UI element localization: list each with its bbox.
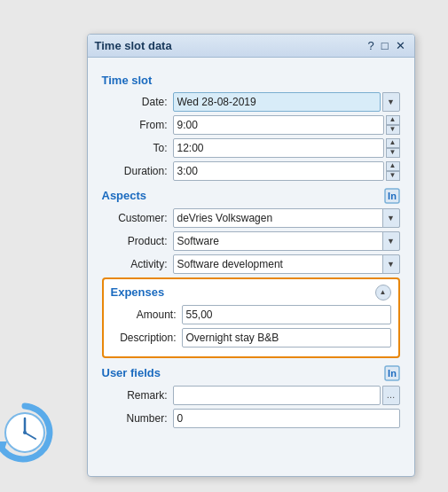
duration-row: Duration: ▲ ▼ [102,161,400,181]
to-label: To: [102,142,173,154]
activity-select[interactable]: Software development [173,254,400,274]
help-button[interactable]: ? [365,39,375,52]
customer-control: deVries Volkswagen ▼ [173,208,400,228]
remark-label: Remark: [102,389,173,402]
duration-spinner[interactable]: ▲ ▼ [386,161,400,181]
description-control [182,328,391,348]
to-spin-down[interactable]: ▼ [386,148,400,158]
remark-row: Remark: … [102,386,400,405]
duration-spin-up[interactable]: ▲ [386,161,400,171]
timeslot-section-title: Time slot [102,74,400,87]
activity-control: Software development ▼ [173,254,400,274]
svg-point-4 [23,431,27,434]
from-spinner[interactable]: ▲ ▼ [386,115,400,135]
customer-row: Customer: deVries Volkswagen ▼ [102,208,400,228]
description-input[interactable] [182,328,391,348]
number-label: Number: [102,412,173,425]
clock-icon [0,397,60,468]
amount-input[interactable] [182,305,391,324]
date-row: Date: ▼ [102,92,400,112]
from-row: From: ▲ ▼ [102,115,400,135]
customer-select[interactable]: deVries Volkswagen [173,208,400,228]
user-fields-info-icon[interactable]: In [384,365,400,381]
close-button[interactable]: ✕ [394,39,407,52]
to-spinner[interactable]: ▲ ▼ [386,138,400,158]
dialog-content: Time slot Date: ▼ From: ▲ ▼ [88,58,414,442]
from-control: ▲ ▼ [173,115,400,135]
duration-input[interactable] [173,161,384,181]
amount-control [182,305,391,324]
window-controls: ? □ ✕ [365,39,406,52]
to-control: ▲ ▼ [173,138,400,158]
activity-row: Activity: Software development ▼ [102,254,400,274]
to-input[interactable] [173,138,384,158]
product-select[interactable]: Software [173,231,400,251]
user-fields-section: User fields In Remark: … [102,365,400,428]
amount-row: Amount: [111,305,391,324]
date-input[interactable] [173,92,381,112]
date-label: Date: [102,96,173,108]
description-row: Description: [111,328,391,348]
aspects-section-header: Aspects In [102,188,400,204]
product-label: Product: [102,235,173,247]
time-slot-dialog: Time slot data ? □ ✕ Time slot Date: ▼ [87,34,415,477]
activity-label: Activity: [102,258,173,270]
browse-icon: … [387,390,396,400]
expenses-section: Expenses ▲ Amount: Description: [102,277,400,358]
expenses-section-title: Expenses [111,285,165,299]
aspects-info-icon[interactable]: In [384,188,400,204]
description-label: Description: [111,332,182,344]
aspects-section-title: Aspects [102,189,147,202]
amount-label: Amount: [111,308,182,321]
from-spin-down[interactable]: ▼ [386,125,400,135]
number-input[interactable] [173,409,400,428]
svg-text:In: In [388,191,397,201]
svg-text:In: In [388,368,397,379]
remark-input[interactable] [173,386,381,405]
user-fields-section-title: User fields [102,366,161,379]
number-row: Number: [102,409,400,428]
from-input[interactable] [173,115,384,135]
to-row: To: ▲ ▼ [102,138,400,158]
dialog-title: Time slot data [95,39,172,52]
customer-label: Customer: [102,212,173,224]
date-dropdown-btn[interactable]: ▼ [382,92,400,112]
expenses-collapse-btn[interactable]: ▲ [375,285,391,301]
date-control: ▼ [173,92,400,112]
minimize-button[interactable]: □ [380,39,390,52]
number-control [173,409,400,428]
product-control: Software ▼ [173,231,400,251]
duration-spin-down[interactable]: ▼ [386,171,400,181]
remark-browse-btn[interactable]: … [382,386,400,405]
expenses-header: Expenses ▲ [111,285,391,301]
duration-control: ▲ ▼ [173,161,400,181]
product-row: Product: Software ▼ [102,231,400,251]
from-label: From: [102,119,173,131]
to-spin-up[interactable]: ▲ [386,138,400,148]
remark-control: … [173,386,400,405]
from-spin-up[interactable]: ▲ [386,115,400,125]
collapse-icon: ▲ [380,288,387,296]
title-bar: Time slot data ? □ ✕ [88,35,414,58]
date-dropdown-icon: ▼ [387,98,395,106]
user-fields-section-header: User fields In [102,365,400,381]
duration-label: Duration: [102,165,173,177]
